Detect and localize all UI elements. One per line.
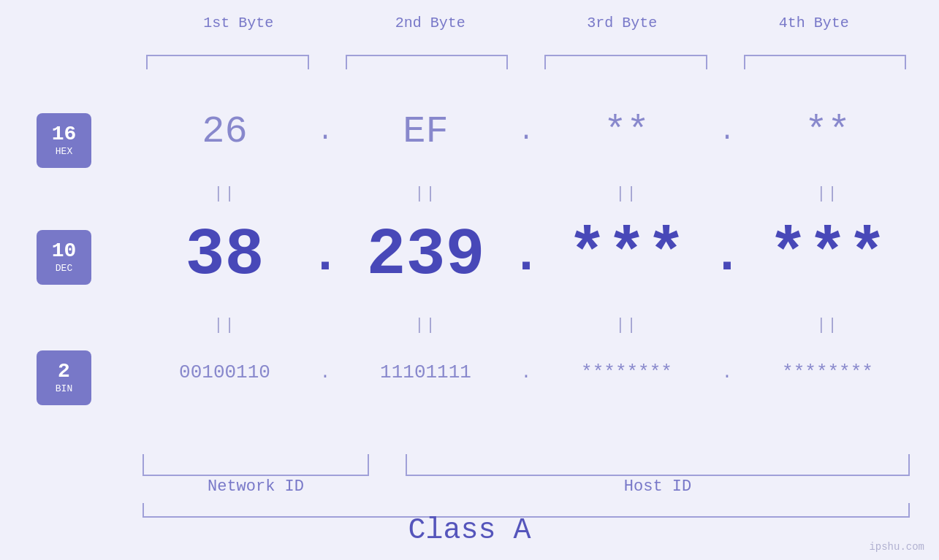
byte2-header: 2nd Byte (335, 15, 527, 31)
equals-row-2: || || || || (142, 314, 910, 336)
bin-dot1: . (307, 363, 343, 383)
badge-bin-num: 2 (58, 361, 70, 382)
badge-dec-num: 10 (52, 241, 77, 261)
eq2-b2: || (343, 316, 508, 334)
dec-b4: *** (745, 218, 910, 293)
badge-dec-label: DEC (56, 263, 72, 274)
byte4-header: 4th Byte (718, 15, 911, 31)
dec-b3: *** (544, 218, 709, 293)
bracket-gap1 (313, 55, 342, 69)
bin-dot2: . (508, 363, 544, 383)
hex-dot2: . (508, 117, 544, 147)
dec-dot1: . (307, 227, 343, 285)
network-id-label: Network ID (142, 477, 369, 496)
badge-dec: 10 DEC (37, 230, 91, 285)
top-brackets (142, 55, 910, 69)
bin-dot3: . (709, 363, 745, 383)
hex-b4: ** (745, 110, 910, 153)
eq2-b3: || (544, 316, 709, 334)
bracket-b4 (744, 55, 907, 69)
host-id-label: Host ID (406, 477, 910, 496)
row-dec: 38 . 239 . *** . *** (142, 215, 910, 296)
watermark: ipshu.com (869, 541, 924, 553)
host-bracket (406, 454, 910, 476)
dec-dot3: . (709, 227, 745, 285)
badge-hex-label: HEX (56, 146, 72, 157)
hex-dot3: . (709, 117, 745, 147)
byte1-header: 1st Byte (142, 15, 335, 31)
bin-b4: ******** (745, 361, 910, 383)
hex-dot1: . (307, 117, 343, 147)
badge-hex-num: 16 (52, 124, 77, 145)
badge-bin: 2 BIN (37, 350, 91, 405)
row-bin: 00100110 . 11101111 . ******** . *******… (142, 343, 910, 402)
hex-b1: 26 (142, 110, 307, 153)
main-container: 1st Byte 2nd Byte 3rd Byte 4th Byte 16 H… (0, 0, 939, 560)
eq1-b4: || (745, 185, 910, 203)
equals-row-1: || || || || (142, 183, 910, 204)
badge-bin-label: BIN (56, 383, 72, 394)
hex-b3: ** (544, 110, 709, 153)
bottom-brackets (142, 454, 910, 476)
bin-b2: 11101111 (343, 361, 508, 383)
bracket-b3 (544, 55, 707, 69)
eq1-b1: || (142, 185, 307, 203)
byte3-header: 3rd Byte (526, 15, 718, 31)
bracket-b1 (146, 55, 309, 69)
eq1-b3: || (544, 185, 709, 203)
dec-b2: 239 (343, 218, 508, 293)
eq2-b1: || (142, 316, 307, 334)
network-bracket (142, 454, 369, 476)
bracket-gap2 (512, 55, 541, 69)
bracket-gap3 (711, 55, 740, 69)
id-labels: Network ID Host ID (142, 477, 910, 496)
bin-b1: 00100110 (142, 361, 307, 383)
hex-b2: EF (343, 110, 508, 153)
bracket-b2 (346, 55, 509, 69)
row-hex: 26 . EF . ** . ** (142, 102, 910, 161)
eq2-b4: || (745, 316, 910, 334)
badge-hex: 16 HEX (37, 113, 91, 168)
dec-dot2: . (508, 227, 544, 285)
dec-b1: 38 (142, 218, 307, 293)
bin-b3: ******** (544, 361, 709, 383)
eq1-b2: || (343, 185, 508, 203)
class-label: Class A (0, 514, 939, 547)
byte-headers: 1st Byte 2nd Byte 3rd Byte 4th Byte (142, 15, 910, 31)
